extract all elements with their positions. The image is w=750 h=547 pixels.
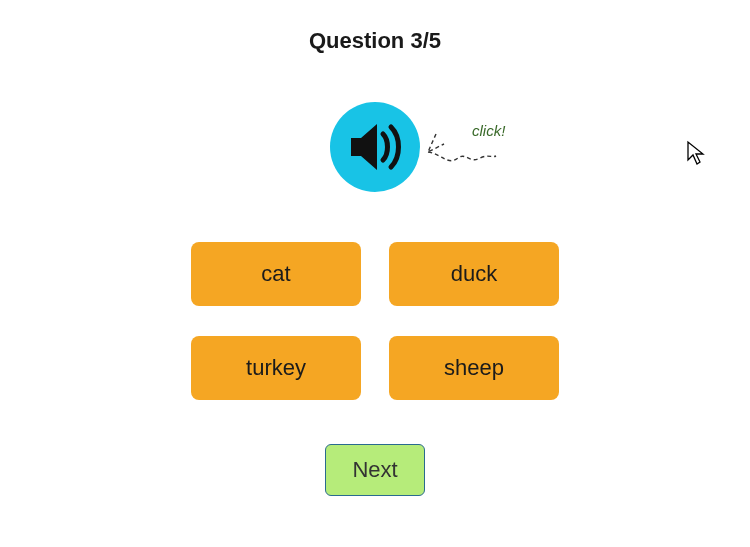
speaker-icon: [347, 118, 409, 176]
option-turkey[interactable]: turkey: [191, 336, 361, 400]
next-button[interactable]: Next: [325, 444, 425, 496]
click-hint: click!: [428, 122, 558, 182]
play-audio-button[interactable]: [330, 102, 420, 192]
audio-row: click!: [330, 102, 420, 192]
click-hint-label: click!: [472, 122, 505, 139]
options-grid: cat duck turkey sheep: [191, 242, 559, 400]
option-duck[interactable]: duck: [389, 242, 559, 306]
option-sheep[interactable]: sheep: [389, 336, 559, 400]
question-counter: Question 3/5: [309, 28, 441, 54]
option-cat[interactable]: cat: [191, 242, 361, 306]
